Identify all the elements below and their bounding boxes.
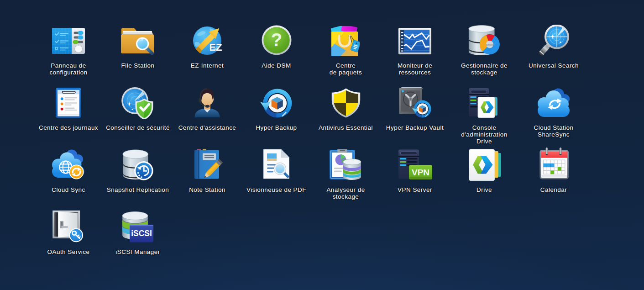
svg-text:iSCSI: iSCSI: [131, 229, 152, 238]
svg-text:EZ: EZ: [209, 42, 222, 53]
svg-text:VPN: VPN: [412, 168, 429, 177]
svg-text:?: ?: [271, 30, 282, 50]
